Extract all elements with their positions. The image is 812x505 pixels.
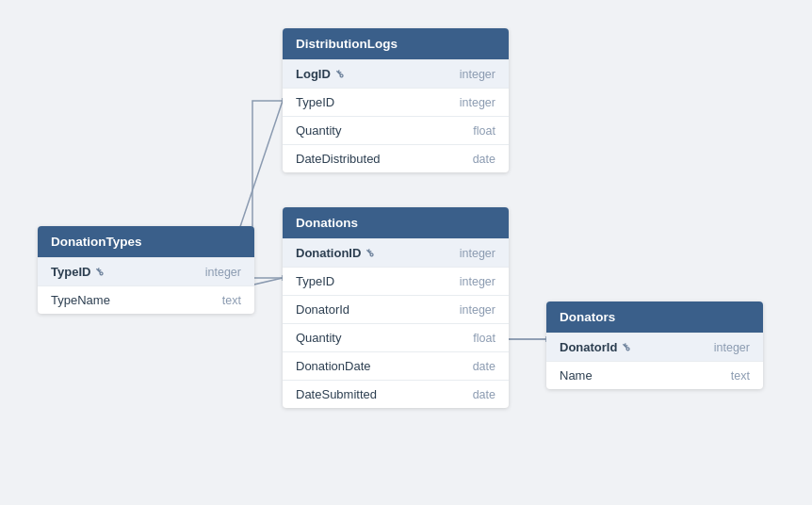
table-row: TypeName text (38, 285, 254, 314)
table-row: LogID ⚷ integer (283, 59, 509, 88)
key-icon: ⚷ (363, 246, 377, 260)
col-name: Quantity (296, 123, 341, 138)
col-type: date (473, 153, 495, 166)
col-name: TypeID ⚷ (51, 265, 103, 279)
col-type: date (473, 388, 495, 401)
col-type: integer (714, 341, 750, 354)
col-name: TypeName (51, 293, 110, 307)
col-name: DonationID ⚷ (296, 246, 373, 260)
table-row: DateDistributed date (283, 144, 509, 172)
table-row: TypeID integer (283, 267, 509, 295)
distribution-logs-table: DistributionLogs LogID ⚷ integer TypeID … (283, 28, 509, 172)
table-row: DonatorId integer (283, 295, 509, 323)
col-name: DateDistributed (296, 152, 381, 166)
table-row: TypeID ⚷ integer (38, 257, 254, 285)
col-name: DateSubmitted (296, 387, 377, 401)
col-type: integer (460, 275, 495, 288)
donation-types-header: DonationTypes (38, 226, 254, 257)
col-type: integer (460, 68, 495, 81)
table-row: Quantity float (283, 116, 509, 144)
col-type: integer (205, 266, 241, 279)
table-row: DateSubmitted date (283, 380, 509, 408)
col-type: integer (460, 247, 495, 260)
col-name: TypeID (296, 95, 334, 109)
table-row: DonationID ⚷ integer (283, 238, 509, 267)
table-row: Name text (546, 361, 763, 389)
table-row: TypeID integer (283, 88, 509, 116)
donations-header: Donations (283, 207, 509, 238)
donation-types-table: DonationTypes TypeID ⚷ integer TypeName … (38, 226, 254, 314)
donators-header: Donators (546, 301, 763, 333)
distribution-logs-header: DistributionLogs (283, 28, 509, 59)
table-row: DonationDate date (283, 351, 509, 380)
key-icon: ⚷ (92, 265, 106, 279)
canvas: DistributionLogs LogID ⚷ integer TypeID … (0, 0, 812, 505)
col-name: LogID ⚷ (296, 67, 343, 81)
col-name: Name (560, 368, 593, 383)
table-row: Quantity float (283, 323, 509, 351)
donations-table: Donations DonationID ⚷ integer TypeID in… (283, 207, 509, 408)
col-name: Quantity (296, 331, 341, 345)
col-name: TypeID (296, 274, 334, 288)
col-name: DonatorId ⚷ (560, 340, 629, 354)
donators-table: Donators DonatorId ⚷ integer Name text (546, 301, 763, 389)
key-icon: ⚷ (619, 340, 633, 354)
key-icon: ⚷ (332, 67, 346, 81)
col-type: integer (460, 303, 495, 317)
col-type: integer (460, 96, 495, 109)
col-name: DonationDate (296, 359, 371, 373)
col-type: date (473, 360, 495, 373)
col-type: float (473, 332, 495, 345)
col-name: DonatorId (296, 302, 349, 317)
table-row: DonatorId ⚷ integer (546, 333, 763, 361)
col-type: float (473, 124, 495, 138)
col-type: text (731, 369, 750, 383)
col-type: text (222, 294, 241, 307)
